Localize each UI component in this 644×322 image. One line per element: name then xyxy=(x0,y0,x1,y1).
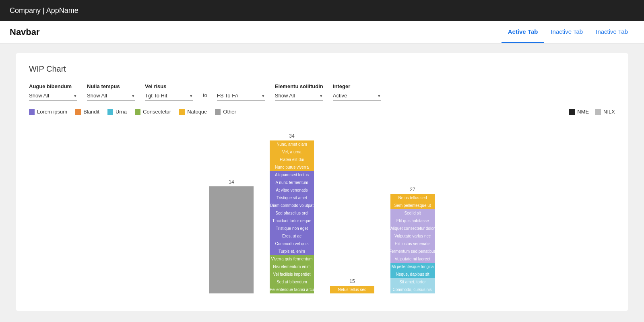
bar-seg-green-4: Sed ut bibendum xyxy=(270,278,314,286)
tab-inactive-2[interactable]: Inactive Tab xyxy=(589,21,634,43)
legend-item-blandit: Blandit xyxy=(75,109,99,115)
bar-seg-27-p1: Sed id sit xyxy=(390,209,435,217)
bar-column-34: 34 Nunc, amet diam Vel, a urna Platea el… xyxy=(270,133,314,293)
bar-seg-27-y1: Netus tellus sed xyxy=(390,194,435,202)
legend-item-nme: NME xyxy=(569,109,589,115)
filter-vel-risus: Vel risus Tgt To Hit xyxy=(145,83,193,101)
legend-label-natoque: Natoque xyxy=(187,109,207,115)
bar-seg-purple-4: Tristique sit amet xyxy=(270,194,314,202)
filter-select-wrap-range: FS To FA xyxy=(217,91,265,101)
legend-label-blandit: Blandit xyxy=(83,109,99,115)
filter-select-elementu[interactable]: Show All xyxy=(275,91,323,101)
navbar: Navbar Active Tab Inactive Tab Inactive … xyxy=(0,21,644,43)
bar-seg-purple-8: Tristique non eget xyxy=(270,225,314,232)
legend-label-nme: NME xyxy=(577,109,589,115)
bar-column-27: 27 Netus tellus sed Sem pellentesque ut … xyxy=(390,187,435,293)
bar-seg-27-p2: Elit quis habitasse xyxy=(390,217,435,225)
bar-seg-yellow-2: Vel, a urna xyxy=(270,148,314,156)
filter-select-augue[interactable]: Show All xyxy=(29,91,77,101)
filter-label-nulla: Nulla tempus xyxy=(87,83,135,89)
bar-seg-green-3: Vel facilisis imperdiet xyxy=(270,270,314,278)
legend: Lorem ipsum Blandit Urna Consectetur Nat… xyxy=(29,109,615,115)
filter-elementu: Elementu sollitudin Show All xyxy=(275,83,323,101)
chart-card: WIP Chart Augue bibendum Show All Nulla … xyxy=(16,53,628,311)
bar-seg-purple-11: Turpis et, enim xyxy=(270,248,314,255)
bar-segment-gray-14 xyxy=(209,186,254,293)
tab-inactive-1[interactable]: Inactive Tab xyxy=(544,21,589,43)
legend-label-nilx: NILX xyxy=(603,109,615,115)
filter-select-nulla[interactable]: Show All xyxy=(87,91,135,101)
bar-seg-27-b1: Mi pellentesque fringilla xyxy=(390,263,435,270)
bar-seg-purple-9: Eros, ut ac xyxy=(270,232,314,240)
filter-select-range[interactable]: FS To FA xyxy=(217,91,265,101)
filter-select-wrap-augue: Show All xyxy=(29,91,77,101)
bar-seg-purple-2: A nunc fermentum xyxy=(270,179,314,186)
filter-to-label: to xyxy=(203,92,207,101)
main-content: WIP Chart Augue bibendum Show All Nulla … xyxy=(0,43,644,322)
filter-nulla-tempus: Nulla tempus Show All xyxy=(87,83,135,101)
navbar-tabs: Active Tab Inactive Tab Inactive Tab xyxy=(502,21,634,43)
legend-label-lorem: Lorem ipsum xyxy=(37,109,67,115)
bar-seg-purple-1: Aliquam sed lectus xyxy=(270,171,314,179)
bar-seg-purple-10: Commodo vel quis xyxy=(270,240,314,248)
bar-count-27: 27 xyxy=(410,187,415,192)
filter-augue-bibendum: Augue bibendum Show All xyxy=(29,83,77,101)
chart-title: WIP Chart xyxy=(29,64,615,74)
chart-area: 14 34 Nunc, amet diam Vel, a urna Platea… xyxy=(29,124,615,293)
filter-select-wrap-nulla: Show All xyxy=(87,91,135,101)
bar-stack-15: Netus tellus sed xyxy=(330,286,374,293)
legend-swatch-natoque xyxy=(179,109,185,115)
filter-select-wrap-elementu: Show All xyxy=(275,91,323,101)
bar-seg-27-p5: Elit luctus venenatis xyxy=(390,240,435,248)
bar-seg-27-p3: Aliquet consectetur dolor xyxy=(390,225,435,232)
filter-label-integer: Integer xyxy=(333,83,381,89)
bar-stack-14 xyxy=(209,186,254,293)
legend-label-urna: Urna xyxy=(116,109,127,115)
legend-swatch-other xyxy=(215,109,221,115)
bar-seg-green-1: Viverra quis fermentum xyxy=(270,255,314,263)
bar-seg-yellow-15: Netus tellus sed xyxy=(330,286,374,293)
legend-swatch-urna xyxy=(107,109,113,115)
bar-seg-27-c2: Commodo, cursus nisi xyxy=(390,286,435,293)
bar-count-15: 15 xyxy=(349,279,355,284)
bar-seg-27-p7: Vulputate mi laoreet xyxy=(390,255,435,263)
filter-label-range xyxy=(217,83,265,89)
filter-select-wrap-vel: Tgt To Hit xyxy=(145,91,193,101)
tab-active[interactable]: Active Tab xyxy=(502,21,545,43)
legend-label-consectetur: Consectetur xyxy=(143,109,171,115)
legend-label-other: Other xyxy=(223,109,236,115)
filter-label-augue: Augue bibendum xyxy=(29,83,77,89)
bar-seg-purple-5: Diam commodo volutpat xyxy=(270,202,314,209)
bar-stack-34: Nunc, amet diam Vel, a urna Platea elit … xyxy=(270,140,314,293)
bar-seg-green-2: Nisi elementum enim xyxy=(270,263,314,270)
bar-seg-yellow-4: Nunc purus viverra xyxy=(270,163,314,171)
legend-swatch-lorem xyxy=(29,109,35,115)
filter-select-vel[interactable]: Tgt To Hit xyxy=(145,91,193,101)
filter-label-vel: Vel risus xyxy=(145,83,193,89)
legend-swatch-nme xyxy=(569,109,575,115)
legend-right: NME NILX xyxy=(569,109,615,115)
bar-column-14: 14 xyxy=(209,179,254,293)
filter-range-end: FS To FA xyxy=(217,83,265,101)
navbar-label: Navbar xyxy=(10,27,40,37)
bar-seg-purple-3: At vitae venenatis xyxy=(270,186,314,194)
filter-select-integer[interactable]: Active xyxy=(333,91,381,101)
legend-item-lorem: Lorem ipsum xyxy=(29,109,67,115)
legend-swatch-blandit xyxy=(75,109,81,115)
bar-seg-27-c1: Sit amet, tortor xyxy=(390,278,435,286)
bar-seg-yellow-3: Platea elit dui xyxy=(270,156,314,163)
legend-item-urna: Urna xyxy=(107,109,127,115)
app-title: Company | AppName xyxy=(10,6,78,15)
bar-seg-27-y2: Sem pellentesque ut xyxy=(390,202,435,209)
legend-item-consectetur: Consectetur xyxy=(135,109,171,115)
legend-left: Lorem ipsum Blandit Urna Consectetur Nat… xyxy=(29,109,236,115)
bar-seg-purple-7: Tincidunt tortor neque xyxy=(270,217,314,225)
bar-seg-green-5: Pellentesque facilisi arcu xyxy=(270,286,314,293)
filter-label-elementu: Elementu sollitudin xyxy=(275,83,323,89)
bar-count-34: 34 xyxy=(289,133,294,139)
bar-stack-27: Netus tellus sed Sem pellentesque ut Sed… xyxy=(390,194,435,293)
legend-swatch-consectetur xyxy=(135,109,140,115)
bar-column-15: 15 Netus tellus sed xyxy=(330,279,374,293)
filter-integer: Integer Active xyxy=(333,83,381,101)
bar-seg-yellow-1: Nunc, amet diam xyxy=(270,140,314,148)
